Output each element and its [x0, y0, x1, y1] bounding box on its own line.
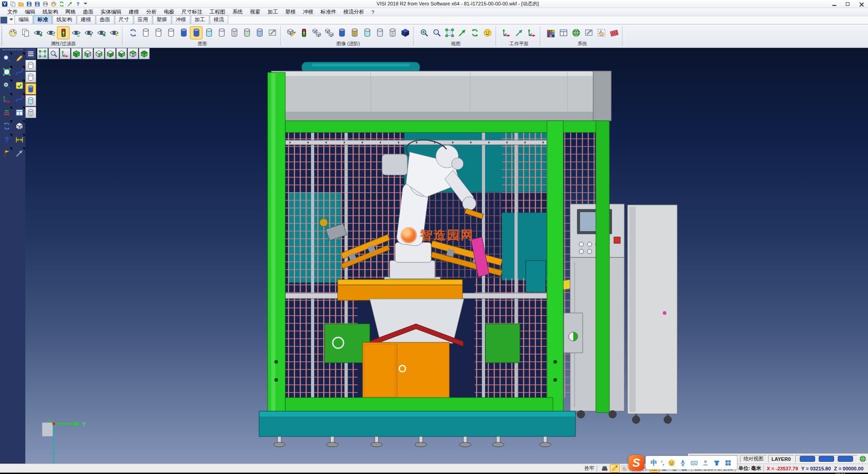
menu-help[interactable]: ?	[368, 9, 378, 15]
select-mode-icon[interactable]	[595, 27, 607, 39]
tab-edit[interactable]: 编辑	[14, 15, 33, 24]
scale-1to1-icon[interactable]	[443, 27, 455, 39]
palette-icon[interactable]	[50, 1, 57, 7]
copy-attributes-icon[interactable]	[19, 27, 31, 39]
workplane-align-icon[interactable]	[513, 27, 525, 39]
measure-icon[interactable]	[14, 134, 25, 145]
menu-die[interactable]: 冲模	[299, 8, 317, 16]
cube-back-icon[interactable]	[94, 48, 104, 59]
image-add-remove-icon[interactable]	[323, 27, 335, 39]
cube-right-icon[interactable]	[116, 48, 127, 59]
cube-front-icon[interactable]	[82, 48, 93, 59]
advanced-shading-icon[interactable]	[399, 27, 411, 39]
tab-dimension[interactable]: 尺寸	[115, 15, 133, 24]
cube-iso-icon[interactable]	[71, 48, 82, 59]
workplane-move-icon[interactable]	[526, 27, 538, 39]
color-table-icon[interactable]	[545, 27, 557, 39]
fit-view-icon[interactable]	[37, 48, 48, 59]
tab-standard[interactable]: 标准	[33, 15, 52, 24]
color-swatch[interactable]	[838, 456, 853, 462]
wireframe-cyl-icon[interactable]	[25, 60, 36, 71]
globe-icon[interactable]	[859, 455, 867, 463]
hidden-line-icon[interactable]	[152, 27, 164, 39]
stamp-hand-icon[interactable]	[620, 465, 629, 472]
shaded-edges-icon[interactable]	[190, 27, 202, 39]
textured-view-icon[interactable]	[349, 27, 360, 39]
attributes-library-icon[interactable]	[1, 107, 12, 118]
image-edit-icon[interactable]	[285, 27, 297, 39]
flat-shade-icon[interactable]	[216, 27, 227, 39]
show-plus-icon[interactable]	[95, 27, 107, 39]
help-icon[interactable]	[75, 1, 81, 7]
regen-solid-icon[interactable]	[241, 27, 253, 39]
line-icon[interactable]	[14, 147, 25, 159]
show-hide-toggle-icon[interactable]	[83, 27, 94, 39]
menu-solid-edit[interactable]: 实体编辑	[97, 8, 125, 16]
tab-application[interactable]: 应用	[134, 15, 152, 24]
rotate-view-icon[interactable]	[469, 27, 481, 39]
visibility-manager-icon[interactable]	[57, 27, 69, 39]
ucs-axes-icon[interactable]	[1, 93, 12, 104]
menu-modeling[interactable]: 建模	[125, 8, 143, 16]
chevron-down-icon[interactable]	[84, 3, 87, 6]
saveas-icon[interactable]	[34, 1, 41, 7]
striped-shade-icon[interactable]	[228, 27, 240, 39]
solid-view-icon[interactable]	[336, 27, 348, 39]
shaded-cyl-icon[interactable]	[25, 83, 36, 95]
curve-sketch-icon[interactable]	[14, 66, 25, 77]
system-config-icon[interactable]	[570, 27, 582, 39]
smiley-icon[interactable]	[668, 459, 675, 467]
wand-icon[interactable]	[610, 465, 619, 472]
menu-mesh[interactable]: 网格	[62, 8, 80, 16]
grid-window-icon[interactable]	[14, 107, 25, 118]
units-indicator[interactable]: 单位: 毫米	[738, 465, 761, 472]
striped-cyl-icon[interactable]	[25, 107, 36, 118]
translucent-icon[interactable]	[203, 27, 215, 39]
striped-view-icon[interactable]	[387, 27, 398, 39]
menu-analysis[interactable]: 分析	[143, 8, 160, 16]
menu-window[interactable]: 视窗	[246, 8, 264, 16]
tab-mold[interactable]: 塑膜	[153, 15, 171, 24]
menu-dimension[interactable]: 尺寸标注	[178, 8, 206, 16]
refresh-visibility-icon[interactable]	[70, 27, 82, 39]
color-swatch[interactable]	[819, 456, 834, 462]
dashed-hidden-icon[interactable]	[165, 27, 177, 39]
zoom-window-icon[interactable]	[431, 27, 443, 39]
axes-triad-icon[interactable]	[60, 48, 71, 59]
person-icon[interactable]	[702, 459, 709, 467]
tab-machining[interactable]: 加工	[191, 15, 209, 24]
layer-indicator[interactable]: LAYER0	[768, 455, 794, 463]
skin-icon[interactable]	[713, 459, 721, 467]
confirm-icon[interactable]	[14, 80, 25, 91]
shaded-icon[interactable]	[178, 27, 189, 39]
menu-edit[interactable]: 编辑	[21, 8, 39, 16]
zoom-window-icon[interactable]	[1, 66, 12, 77]
absolute-view-indicator[interactable]: 绝对视图	[740, 455, 767, 463]
menu-electrode[interactable]: 电极	[160, 8, 178, 16]
menu-icon[interactable]	[25, 48, 36, 59]
open-folder-icon[interactable]	[18, 1, 24, 7]
tab-flow[interactable]: 模流	[210, 15, 228, 24]
regen-icon[interactable]	[1, 120, 12, 132]
zoom-region-icon[interactable]	[48, 48, 59, 59]
palette-filter-icon[interactable]	[7, 27, 19, 39]
new-doc-icon[interactable]	[9, 1, 16, 7]
help-icon[interactable]	[1, 134, 12, 145]
color-swatch[interactable]	[800, 456, 815, 462]
cube-bottom-icon[interactable]	[139, 48, 150, 59]
close-button[interactable]	[854, 0, 868, 8]
maximize-button[interactable]	[841, 0, 854, 8]
hidden-cyl-icon[interactable]	[25, 71, 36, 83]
viewport-3d[interactable]: 智造园网 Y	[25, 48, 868, 464]
menu-file[interactable]: 文件	[4, 8, 21, 16]
menu-system[interactable]: 系统	[229, 8, 246, 16]
cube-left-icon[interactable]	[105, 48, 116, 59]
ime-punctuation-toggle[interactable]: ’,	[661, 460, 664, 466]
tab-dropdown-button[interactable]	[8, 17, 14, 24]
copy-view-icon[interactable]	[374, 27, 386, 39]
dynamic-view-icon[interactable]	[481, 27, 493, 39]
menu-drawing[interactable]: 工程图	[206, 8, 229, 16]
minimize-button[interactable]	[827, 0, 841, 8]
redo-icon[interactable]	[66, 1, 73, 7]
workplane-axes-icon[interactable]	[500, 27, 512, 39]
